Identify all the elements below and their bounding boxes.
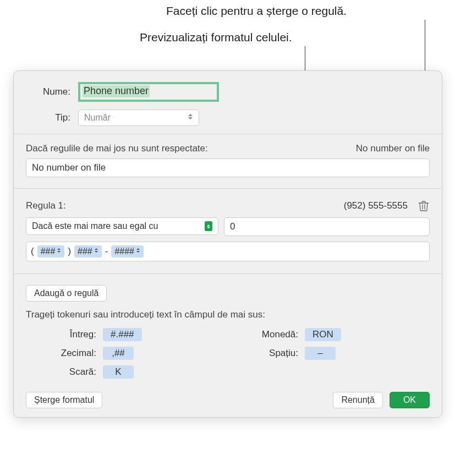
token-prefix[interactable]: ### bbox=[74, 245, 102, 258]
name-label: Nume: bbox=[26, 86, 78, 97]
type-select[interactable]: Număr bbox=[78, 110, 199, 126]
annotation-preview-format: Previzualizați formatul celulei. bbox=[140, 31, 292, 44]
paren-open: ( bbox=[31, 246, 34, 257]
format-pattern-input[interactable]: ( ### ) ### - #### bbox=[26, 242, 430, 261]
space-token[interactable]: – bbox=[305, 347, 336, 360]
token-text: ### bbox=[78, 247, 92, 256]
condition-select[interactable]: Dacă este mai mare sau egal cu bbox=[26, 217, 218, 235]
dash: - bbox=[105, 246, 108, 257]
name-input[interactable] bbox=[78, 82, 219, 102]
trash-icon bbox=[419, 200, 429, 211]
chevron-updown-icon bbox=[188, 114, 193, 122]
annotation-delete-rule: Faceți clic pentru a șterge o regulă. bbox=[166, 4, 347, 18]
rule-preview: (952) 555-5555 bbox=[344, 200, 408, 211]
paren-close: ) bbox=[68, 246, 71, 257]
token-line[interactable]: #### bbox=[111, 245, 144, 258]
integer-token[interactable]: #.### bbox=[103, 328, 142, 341]
currency-token[interactable]: RON bbox=[305, 328, 341, 341]
fallback-input[interactable] bbox=[26, 158, 430, 177]
condition-value-input[interactable] bbox=[224, 217, 430, 236]
decimal-token[interactable]: ,## bbox=[103, 347, 134, 360]
token-text: #### bbox=[114, 247, 134, 256]
type-select-value: Număr bbox=[84, 113, 111, 123]
token-hint: Trageți tokenuri sau introduceți text în… bbox=[26, 309, 430, 320]
integer-label: Întreg: bbox=[48, 329, 103, 340]
chevron-updown-icon bbox=[95, 248, 98, 255]
space-label: Spațiu: bbox=[250, 348, 305, 359]
condition-select-value: Dacă este mai mare sau egal cu bbox=[32, 221, 158, 231]
scale-token[interactable]: K bbox=[103, 365, 134, 379]
fallback-preview: No number on file bbox=[356, 143, 430, 154]
chevron-updown-icon bbox=[205, 221, 212, 231]
delete-format-button[interactable]: Șterge formatul bbox=[26, 392, 102, 408]
type-label: Tip: bbox=[26, 112, 78, 123]
currency-label: Monedă: bbox=[250, 329, 305, 340]
decimal-label: Zecimal: bbox=[48, 348, 103, 359]
chevron-updown-icon bbox=[57, 248, 61, 255]
rule-title: Regula 1: bbox=[26, 200, 66, 211]
custom-format-dialog: Nume: Phone number Tip: Număr Dacă regul… bbox=[13, 70, 442, 418]
cancel-button[interactable]: Renunță bbox=[333, 392, 383, 408]
token-area-code[interactable]: ### bbox=[37, 245, 65, 258]
chevron-updown-icon bbox=[136, 248, 140, 255]
scale-label: Scară: bbox=[48, 366, 103, 377]
add-rule-button[interactable]: Adaugă o regulă bbox=[26, 285, 107, 302]
fallback-label: Dacă regulile de mai jos nu sunt respect… bbox=[26, 143, 208, 154]
token-text: ### bbox=[41, 247, 56, 256]
ok-button[interactable]: OK bbox=[390, 392, 430, 408]
delete-rule-button[interactable] bbox=[418, 200, 430, 212]
